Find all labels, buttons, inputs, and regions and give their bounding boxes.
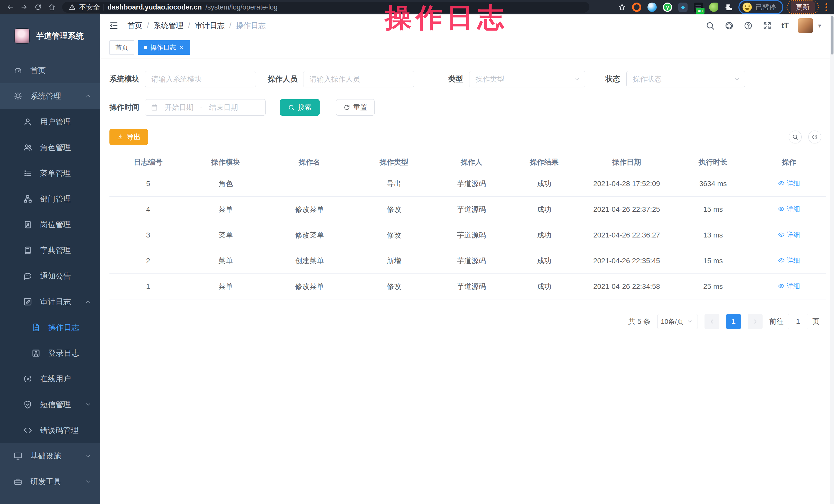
sidebar-item-department-management[interactable]: 部门管理: [0, 186, 100, 212]
app-shell: 芋道管理系统 首页 系统管理 用户管理 角色管理: [0, 15, 830, 504]
type-select[interactable]: 操作类型: [469, 71, 585, 87]
sidebar-item-audit-log[interactable]: 审计日志: [0, 289, 100, 314]
scrollbar-thumb[interactable]: [831, 16, 833, 54]
extension-gem-icon[interactable]: ◆: [678, 3, 687, 12]
browser-forward-button[interactable]: [19, 2, 30, 13]
table-header-row: 日志编号 操作模块 操作名 操作类型 操作人 操作结果 操作日期 执行时长 操作: [109, 154, 826, 171]
profile-paused-chip[interactable]: 已暂停: [740, 1, 782, 13]
module-input[interactable]: [145, 75, 256, 83]
sidebar-item-dev-tools[interactable]: 研发工具: [0, 469, 100, 495]
operator-input[interactable]: [303, 75, 414, 83]
help-question-icon[interactable]: [744, 21, 753, 30]
sidebar-item-login-log[interactable]: 登录日志: [0, 340, 100, 366]
next-page-button[interactable]: [748, 314, 763, 329]
sidebar-item-post-management[interactable]: 岗位管理: [0, 212, 100, 238]
extension-y-icon[interactable]: y: [663, 3, 672, 12]
extension-switch-icon[interactable]: on: [694, 3, 703, 12]
status-select[interactable]: 操作状态: [627, 71, 745, 87]
sidebar-item-system-management[interactable]: 系统管理: [0, 83, 100, 109]
sidebar-item-error-code-management[interactable]: 错误码管理: [0, 417, 100, 443]
extensions-puzzle-icon[interactable]: [725, 3, 734, 12]
export-button[interactable]: 导出: [109, 129, 148, 145]
browser-home-button[interactable]: [46, 2, 58, 13]
detail-link[interactable]: 详细: [778, 282, 800, 291]
sidebar-item-dict-management[interactable]: 字典管理: [0, 238, 100, 263]
extension-drop-icon[interactable]: [648, 3, 657, 12]
sidebar-item-label: 通知公告: [40, 271, 71, 281]
page-size-select[interactable]: 10条/页: [657, 314, 698, 329]
url-host: dashboard.yudao.iocoder.cn: [107, 3, 202, 11]
sidebar-item-home[interactable]: 首页: [0, 58, 100, 83]
user-icon: [23, 117, 33, 126]
search-icon[interactable]: [705, 21, 715, 30]
prev-page-button[interactable]: [704, 314, 719, 329]
tag-close-icon[interactable]: [179, 45, 184, 50]
module-input-wrap: [145, 71, 256, 87]
tag-home[interactable]: 首页: [109, 40, 134, 55]
sidebar-item-sms-management[interactable]: 短信管理: [0, 392, 100, 417]
sidebar-item-infrastructure[interactable]: 基础设施: [0, 443, 100, 469]
module-label: 系统模块: [109, 74, 139, 84]
user-avatar[interactable]: [798, 18, 813, 33]
detail-link-label: 详细: [787, 282, 800, 291]
type-select-placeholder: 操作类型: [469, 74, 574, 84]
cell-date: 2021-04-26 22:37:25: [579, 197, 674, 222]
chevron-down-icon: [85, 478, 91, 485]
github-icon[interactable]: [725, 21, 734, 30]
browser-back-button[interactable]: [5, 2, 16, 13]
browser-reload-button[interactable]: [32, 2, 44, 13]
goto-page-input[interactable]: [788, 314, 808, 329]
sidebar-logo-row[interactable]: 芋道管理系统: [0, 15, 100, 58]
security-label: 不安全: [79, 3, 100, 12]
col-header: 操作模块: [187, 154, 264, 171]
sidebar-item-menu-management[interactable]: 菜单管理: [0, 160, 100, 186]
chevron-up-icon: [85, 299, 91, 305]
online-signal-icon: [23, 374, 33, 383]
sidebar-item-label: 审计日志: [40, 297, 71, 307]
address-bar[interactable]: 不安全 dashboard.yudao.iocoder.cn /system/l…: [62, 2, 589, 13]
extension-donut-icon[interactable]: [632, 3, 641, 12]
reset-button[interactable]: 重置: [336, 99, 375, 116]
sidebar: 芋道管理系统 首页 系统管理 用户管理 角色管理: [0, 15, 100, 504]
sidebar-item-online-users[interactable]: 在线用户: [0, 366, 100, 392]
sidebar-item-label: 错误码管理: [40, 425, 79, 436]
bookmark-star-icon[interactable]: [618, 3, 626, 11]
font-size-icon[interactable]: tT: [782, 21, 788, 30]
detail-link[interactable]: 详细: [778, 204, 800, 214]
cell-operator: 芋道源码: [434, 197, 509, 222]
breadcrumb-item[interactable]: 首页: [128, 21, 142, 31]
fullscreen-icon[interactable]: [763, 21, 772, 30]
sidebar-item-user-management[interactable]: 用户管理: [0, 109, 100, 135]
search-button[interactable]: 搜索: [280, 99, 320, 116]
page-unit-label: 页: [812, 316, 819, 326]
current-page-button[interactable]: 1: [726, 314, 741, 329]
sidebar-item-notice[interactable]: 通知公告: [0, 263, 100, 289]
detail-link[interactable]: 详细: [778, 256, 800, 265]
extension-leaf-icon[interactable]: [709, 3, 718, 12]
sidebar-item-role-management[interactable]: 角色管理: [0, 135, 100, 160]
sidebar-item-label: 基础设施: [30, 451, 61, 461]
start-date-placeholder: 开始日期: [165, 103, 194, 112]
detail-link[interactable]: 详细: [778, 179, 800, 188]
breadcrumb-item[interactable]: 系统管理: [154, 21, 183, 31]
date-range-picker[interactable]: 开始日期 - 结束日期: [145, 99, 266, 116]
cell-name: [264, 171, 355, 197]
sidebar-item-label: 操作日志: [48, 322, 79, 333]
sidebar-fold-icon[interactable]: [109, 21, 119, 30]
browser-menu-icon[interactable]: [824, 3, 829, 11]
refresh-icon-button[interactable]: [808, 131, 821, 144]
detail-link[interactable]: 详细: [778, 230, 800, 239]
page-scrollbar[interactable]: [830, 15, 834, 504]
tag-operate-log[interactable]: 操作日志: [138, 40, 190, 55]
cell-duration: 3634 ms: [674, 171, 751, 197]
sidebar-item-label: 系统管理: [30, 91, 61, 102]
reset-button-label: 重置: [353, 103, 367, 112]
cell-id: 1: [109, 274, 187, 300]
detail-link-label: 详细: [787, 204, 800, 214]
sidebar-item-operate-log[interactable]: 操作日志: [0, 314, 100, 340]
avatar-caret-down-icon[interactable]: ▾: [818, 22, 821, 29]
toggle-search-icon-button[interactable]: [789, 131, 802, 144]
breadcrumb-item[interactable]: 审计日志: [195, 21, 224, 31]
navbar-actions: tT ▾: [705, 18, 821, 33]
cell-type: 新增: [355, 248, 434, 274]
